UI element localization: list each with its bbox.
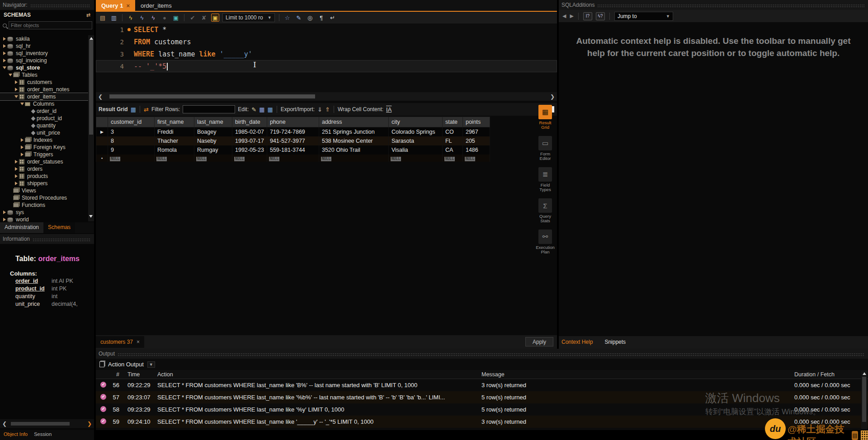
grid-cell[interactable]: 559-181-3744 <box>267 145 319 154</box>
close-icon[interactable]: × <box>137 339 140 345</box>
tree-item-quantity[interactable]: quantity <box>0 122 89 129</box>
grid-col-phone[interactable]: phone <box>267 117 319 127</box>
expand-arrow-icon[interactable] <box>14 174 19 178</box>
view-query-stats[interactable]: ΣQuery Stats <box>533 198 557 223</box>
filter-rows-input[interactable] <box>183 105 235 113</box>
tab-order-items[interactable]: order_items <box>135 0 177 11</box>
expand-arrow-icon[interactable] <box>14 182 19 185</box>
expand-arrow-icon[interactable] <box>2 44 7 48</box>
grid-cell-null[interactable]: NULL <box>155 154 194 162</box>
tree-item-tables[interactable]: Tables <box>0 71 89 79</box>
grid-cell[interactable]: Naseby <box>194 136 232 145</box>
view-execution-plan[interactable]: ⚯Execution Plan <box>533 229 557 254</box>
grid-col-first_name[interactable]: first_name <box>155 117 194 127</box>
grid-col-birth_date[interactable]: birth_date <box>232 117 267 127</box>
delete-row-icon[interactable]: ▦ <box>267 106 273 113</box>
tree-item-foreign-keys[interactable]: Foreign Keys <box>0 144 89 151</box>
tree-item-orders[interactable]: orders <box>0 165 89 173</box>
grid-cell-null[interactable]: NULL <box>267 154 319 162</box>
grid-cell[interactable]: 1993-07-17 <box>232 136 267 145</box>
tree-item-views[interactable]: Views <box>0 187 89 194</box>
wrap-cell-icon[interactable]: ΙA <box>386 106 392 113</box>
grid-cell-null[interactable]: NULL <box>319 154 388 162</box>
grid-new-row[interactable]: ●NULLNULLNULLNULLNULLNULLNULLNULLNULL <box>96 154 490 162</box>
tree-item-triggers[interactable]: Triggers <box>0 151 89 158</box>
grid-cell[interactable]: CO <box>442 127 462 136</box>
snippet-add-icon[interactable]: ☆ <box>283 14 292 22</box>
output-view-selector[interactable]: Action Output <box>108 361 144 368</box>
tree-item-unit-price[interactable]: unit_price <box>0 129 89 136</box>
tab-session[interactable]: Session <box>34 431 52 440</box>
expand-arrow-icon[interactable] <box>2 59 7 62</box>
output-row-56[interactable]: ✔5609:22:29SELECT * FROM customers WHERE… <box>96 379 868 391</box>
grid-cell-null[interactable]: NULL <box>442 154 462 162</box>
code-line-2[interactable]: 2FROM customers <box>96 36 557 48</box>
tree-item-products[interactable]: products <box>0 173 89 180</box>
scroll-up-icon[interactable] <box>863 372 866 375</box>
grid-cell[interactable]: 719-724-7869 <box>267 127 319 136</box>
tree-item-order-id[interactable]: order_id <box>0 108 89 115</box>
tree-item-product-id[interactable]: product_id <box>0 115 89 122</box>
view-result-grid[interactable]: ▦Result Grid <box>533 105 557 130</box>
save-icon[interactable]: ▥ <box>110 14 118 22</box>
expand-arrow-icon[interactable] <box>14 95 19 98</box>
tab-snippets[interactable]: Snippets <box>604 339 626 349</box>
scroll-down-icon[interactable] <box>89 215 93 218</box>
scroll-left-icon[interactable]: ❮ <box>0 421 9 427</box>
sidebar-hscrollbar[interactable]: ❮ ❯ <box>0 419 94 428</box>
tree-item-order-items[interactable]: order_items <box>0 93 89 100</box>
expand-arrow-icon[interactable] <box>19 138 25 142</box>
tab-context-help[interactable]: Context Help <box>561 339 593 349</box>
tree-item-functions[interactable]: Functions <box>0 201 89 209</box>
grid-cell[interactable]: 8 <box>108 136 155 145</box>
tab-query-1[interactable]: Query 1 × <box>96 0 135 11</box>
grid-cell[interactable]: FL <box>442 136 462 145</box>
tree-item-columns[interactable]: Columns <box>0 100 89 108</box>
tree-item-sql-store[interactable]: sql_store <box>0 64 89 71</box>
execute-icon[interactable]: ϟ <box>127 14 135 22</box>
grid-cell[interactable]: 941-527-3977 <box>267 136 319 145</box>
expand-arrow-icon[interactable] <box>19 103 25 105</box>
expand-arrow-icon[interactable] <box>14 160 19 164</box>
tree-item-customers[interactable]: customers <box>0 79 89 86</box>
auto-context-help-icon[interactable]: ϟ? <box>596 12 605 20</box>
code-line-3[interactable]: 3WHERE last_name like '_____y' <box>96 48 557 60</box>
grid-cell[interactable]: Romola <box>155 145 194 154</box>
code-line-1[interactable]: 1SELECT * <box>96 23 557 36</box>
view-field-types[interactable]: ≣Field Types <box>533 167 557 192</box>
expand-arrow-icon[interactable] <box>14 80 19 84</box>
invisibles-icon[interactable]: ¶ <box>317 14 326 22</box>
tree-scrollbar[interactable] <box>88 35 94 221</box>
grid-cell[interactable]: 1985-02-07 <box>232 127 267 136</box>
tab-customers-result[interactable]: customers 37 × <box>96 336 144 348</box>
grid-cell-null[interactable]: NULL <box>194 154 232 162</box>
tree-item-shippers[interactable]: shippers <box>0 180 89 187</box>
tree-item-sql-invoicing[interactable]: sql_invoicing <box>0 57 89 64</box>
grid-cell[interactable]: Visalia <box>388 145 442 154</box>
tree-item-order-item-notes[interactable]: order_item_notes <box>0 86 89 93</box>
back-icon[interactable]: ◀ <box>562 13 566 19</box>
tree-item-sql-hr[interactable]: sql_hr <box>0 42 89 50</box>
editor-hscroll-thumb[interactable] <box>109 94 315 98</box>
close-icon[interactable]: × <box>126 2 130 9</box>
expand-arrow-icon[interactable] <box>2 51 7 55</box>
forward-icon[interactable]: ▶ <box>570 13 573 19</box>
grid-cell[interactable]: CA <box>442 145 462 154</box>
grid-cell[interactable]: Thacher <box>155 136 194 145</box>
tree-item-world[interactable]: world <box>0 216 89 222</box>
grid-cell[interactable]: Boagey <box>194 127 232 136</box>
expand-arrow-icon[interactable] <box>14 88 19 91</box>
scroll-right-icon[interactable]: ❯ <box>85 421 94 427</box>
grid-col-last_name[interactable]: last_name <box>194 117 232 127</box>
grid-cell[interactable]: Colorado Springs <box>388 127 442 136</box>
grid-cell-null[interactable]: NULL <box>108 154 155 162</box>
rollback-icon[interactable]: ✘ <box>200 14 208 22</box>
expand-arrow-icon[interactable] <box>2 218 7 221</box>
limit-rows-dropdown[interactable]: Limit to 1000 ro▼ <box>222 13 275 22</box>
import-icon[interactable]: ⇑ <box>325 106 330 113</box>
open-file-icon[interactable]: ▤ <box>99 14 107 22</box>
refresh-icon[interactable]: ⇄ <box>144 106 149 113</box>
expand-arrow-icon[interactable] <box>19 153 25 156</box>
grid-col-address[interactable]: address <box>319 117 388 127</box>
grid-col-points[interactable]: points <box>462 117 490 127</box>
